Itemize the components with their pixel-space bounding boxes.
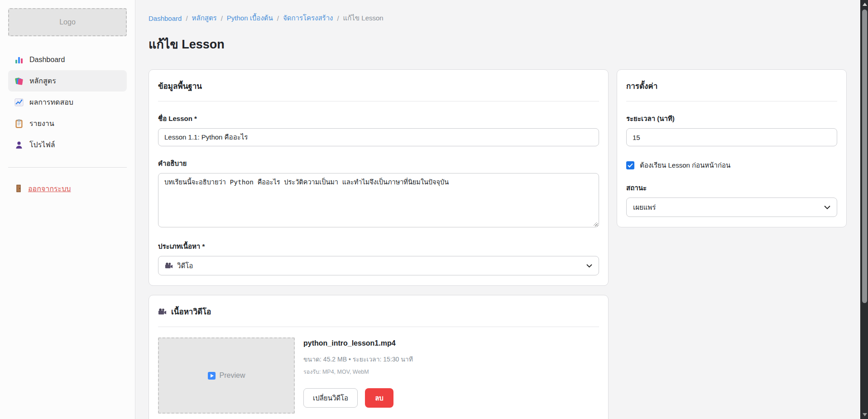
sidebar: Logo Dashboard หลักสูตร <box>0 0 135 419</box>
video-camera-icon <box>165 262 173 269</box>
sidebar-item-label: หลักสูตร <box>29 75 56 87</box>
prerequisite-row: ต้องเรียน Lesson ก่อนหน้าก่อน <box>626 160 837 171</box>
breadcrumb: Dashboard / หลักสูตร / Python เบื้องต้น … <box>149 13 846 24</box>
sidebar-item-label: โปรไฟล์ <box>29 139 55 150</box>
video-info: python_intro_lesson1.mp4 ขนาด: 45.2 MB •… <box>303 337 413 414</box>
video-supported-formats: รองรับ: MP4, MOV, WebM <box>303 367 413 376</box>
description-label: คำอธิบาย <box>158 158 599 169</box>
logo-placeholder: Logo <box>8 8 127 36</box>
breadcrumb-separator: / <box>277 14 279 22</box>
lesson-name-label: ชื่อ Lesson * <box>158 113 599 124</box>
sidebar-item-label: รายงาน <box>29 118 54 129</box>
change-video-button[interactable]: เปลี่ยนวิดีโอ <box>303 388 358 408</box>
sidebar-item-dashboard[interactable]: Dashboard <box>8 49 127 70</box>
person-icon <box>14 140 24 149</box>
video-card-title: เนื้อหาวิดีโอ <box>171 305 211 318</box>
right-column: การตั้งค่า ระยะเวลา (นาที) ต้องเรียน Les… <box>617 69 847 227</box>
content-type-value: วิดีโอ <box>177 260 193 271</box>
sidebar-divider <box>8 167 127 168</box>
logo-text: Logo <box>59 18 76 26</box>
clipboard-icon <box>14 119 24 128</box>
duration-input[interactable] <box>626 128 837 146</box>
preview-label: Preview <box>220 371 245 380</box>
breadcrumb-separator: / <box>186 14 187 22</box>
chevron-down-icon <box>586 264 592 268</box>
status-value: เผยแพร่ <box>633 202 656 213</box>
sidebar-item-profile[interactable]: โปรไฟล์ <box>8 134 127 155</box>
sidebar-item-courses[interactable]: หลักสูตร <box>8 70 127 92</box>
description-field-wrap: บทเรียนนี้จะอธิบายว่า Python คืออะไร ประ… <box>158 169 599 229</box>
lesson-name-input[interactable] <box>158 128 599 146</box>
video-row: Preview python_intro_lesson1.mp4 ขนาด: 4… <box>158 337 599 414</box>
chevron-down-icon <box>824 205 830 209</box>
video-file-name: python_intro_lesson1.mp4 <box>303 339 413 347</box>
card-divider <box>158 101 599 101</box>
breadcrumb-manage-structure[interactable]: จัดการโครงสร้าง <box>283 13 333 24</box>
books-icon <box>14 77 24 86</box>
video-preview: Preview <box>158 337 295 414</box>
sidebar-item-test-results[interactable]: ผลการทดสอบ <box>8 92 127 113</box>
card-divider <box>626 101 837 101</box>
sidebar-item-reports[interactable]: รายงาน <box>8 113 127 134</box>
settings-title: การตั้งค่า <box>626 80 837 92</box>
scrollbar-down-arrow[interactable] <box>861 411 868 419</box>
delete-video-button[interactable]: ลบ <box>365 388 393 408</box>
bar-chart-icon <box>14 55 24 64</box>
chart-increasing-icon <box>14 98 24 107</box>
scrollbar-up-arrow[interactable] <box>861 0 868 8</box>
main-content: Dashboard / หลักสูตร / Python เบื้องต้น … <box>136 0 860 419</box>
card-divider <box>158 327 599 327</box>
settings-card: การตั้งค่า ระยะเวลา (นาที) ต้องเรียน Les… <box>617 69 847 227</box>
video-content-card: เนื้อหาวิดีโอ Preview python_intro_lesso… <box>149 295 609 419</box>
content-type-select[interactable]: วิดีโอ <box>158 256 599 275</box>
video-camera-icon <box>158 308 167 315</box>
prerequisite-label: ต้องเรียน Lesson ก่อนหน้าก่อน <box>640 160 730 171</box>
play-icon <box>208 372 216 380</box>
sidebar-item-label: ผลการทดสอบ <box>29 96 73 108</box>
breadcrumb-separator: / <box>221 14 223 22</box>
page-title: แก้ไข Lesson <box>149 34 846 54</box>
logout-link[interactable]: ออกจากระบบ <box>8 179 127 197</box>
sidebar-nav: Dashboard หลักสูตร ผลการทดสอบ <box>0 49 135 155</box>
duration-label: ระยะเวลา (นาที) <box>626 113 837 124</box>
vertical-scrollbar <box>860 0 868 419</box>
basic-info-card: ข้อมูลพื้นฐาน ชื่อ Lesson * คำอธิบาย บทเ… <box>149 69 609 286</box>
check-icon <box>628 163 633 168</box>
breadcrumb-separator: / <box>337 14 339 22</box>
door-icon <box>14 184 23 193</box>
description-textarea[interactable]: บทเรียนนี้จะอธิบายว่า Python คืออะไร ประ… <box>158 173 599 227</box>
status-label: สถานะ <box>626 183 837 193</box>
breadcrumb-dashboard[interactable]: Dashboard <box>149 14 182 22</box>
basic-info-title: ข้อมูลพื้นฐาน <box>158 80 599 92</box>
logout-label: ออกจากระบบ <box>28 183 71 194</box>
sidebar-item-label: Dashboard <box>29 56 65 64</box>
left-column: ข้อมูลพื้นฐาน ชื่อ Lesson * คำอธิบาย บทเ… <box>149 69 609 419</box>
content-columns: ข้อมูลพื้นฐาน ชื่อ Lesson * คำอธิบาย บทเ… <box>149 69 846 419</box>
scrollbar-thumb[interactable] <box>862 10 867 303</box>
video-file-meta: ขนาด: 45.2 MB • ระยะเวลา: 15:30 นาที <box>303 354 413 364</box>
content-type-label: ประเภทเนื้อหา * <box>158 241 599 252</box>
status-select[interactable]: เผยแพร่ <box>626 197 837 217</box>
breadcrumb-course-python[interactable]: Python เบื้องต้น <box>227 13 273 24</box>
prerequisite-checkbox[interactable] <box>626 161 634 169</box>
breadcrumb-current: แก้ไข Lesson <box>343 13 384 24</box>
breadcrumb-courses[interactable]: หลักสูตร <box>192 13 217 24</box>
